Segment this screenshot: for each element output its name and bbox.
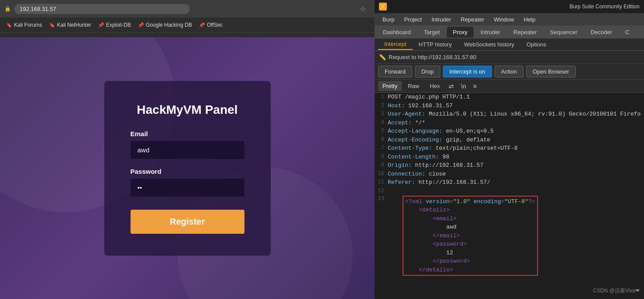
bookmark-kali-forums[interactable]: 🔖 Kali Forums [4,21,45,29]
action-bar: Forward Drop Intercept is on Action Open… [375,64,644,80]
bookmark-label: Kali Forums [14,22,42,28]
drop-button[interactable]: Drop [415,66,440,77]
email-group: Email [131,130,244,159]
star-icon: ☆ [360,5,366,13]
page-title: HackMyVM Panel [137,103,237,117]
line-4: 4 Accept: */* [375,119,644,127]
bookmarks-bar: 🔖 Kali Forums 🔖 Kali NetHunter 📌 Exploit… [0,18,375,33]
tab-repeater[interactable]: Repeater [507,27,543,38]
tab-more[interactable]: C [619,27,635,38]
xml-block-row: 13 <?xml version="1.0" encoding="UTF-8"?… [375,195,644,278]
bookmark-icon: 🔖 [6,22,12,28]
line-11: 11 Referer: http://192.168.31.57/ [375,178,644,187]
open-browser-button[interactable]: Open Browser [526,66,576,77]
xml-line-details-close: </details> [405,266,535,274]
editor-tab-menu[interactable]: ≡ [471,81,479,91]
tab-dashboard[interactable]: Dashboard [377,27,417,38]
bookmark-icon: 🔖 [49,22,55,28]
bookmark-icon: 📌 [199,22,205,28]
line-7: 7 Content-Type: text/plain;charset=UTF-8 [375,144,644,153]
editor-tab-pretty[interactable]: Pretty [378,81,402,91]
register-button[interactable]: Register [131,210,244,234]
password-label: Password [131,168,244,175]
xml-line-decl: <?xml version="1.0" encoding="UTF-8"?> [405,197,535,206]
editor-tab-newline[interactable]: \n [458,81,469,91]
subtab-intercept[interactable]: Intercept [378,39,413,50]
xml-highlighted-block: <?xml version="1.0" encoding="UTF-8"?> <… [403,196,538,276]
editor-tab-raw[interactable]: Raw [403,81,424,91]
login-card: HackMyVM Panel Email Password Register [104,81,271,256]
burp-sub-tabs: Intercept HTTP history WebSockets histor… [375,39,644,51]
editor-tab-hex[interactable]: Hex [425,81,444,91]
bookmark-exploit-db[interactable]: 📌 Exploit-DB [96,21,134,29]
action-button[interactable]: Action [495,66,524,77]
email-label: Email [131,130,244,137]
line-9: 9 Origin: http://192.168.31.57 [375,161,644,170]
burp-menubar: Burp Project Intruder Repeater Window He… [375,13,644,25]
pencil-icon: ✏️ [379,54,386,60]
tab-target[interactable]: Target [418,27,446,38]
request-url: Request to http://192.168.31.57:80 [389,54,476,60]
bookmark-offsec[interactable]: 📌 OffSec [196,21,225,29]
url-bar[interactable]: 192.168.31.57 [14,4,190,14]
burp-main-tabs: Dashboard Target Proxy Intruder Repeater… [375,25,644,39]
lock-icon: 🔒 [4,6,11,12]
xml-line-email-value: awd [405,223,535,232]
burp-content-wrapper: 1 POST /magic.php HTTP/1.1 2 Host: 192.1… [375,93,644,299]
tab-sequencer[interactable]: Sequencer [544,27,584,38]
subtab-websockets-history[interactable]: WebSockets history [458,39,520,49]
xml-line-email-open: <email> [405,215,535,223]
bookmark-label: Exploit-DB [106,22,131,28]
bookmark-icon: 📌 [98,22,104,28]
line-10: 10 Connection: close [375,170,644,179]
password-group: Password [131,168,244,197]
bookmark-icon: 📌 [138,22,144,28]
bookmark-label: Google Hacking DB [146,22,192,28]
line-8: 8 Content-Length: 98 [375,153,644,162]
bookmark-google-hacking[interactable]: 📌 Google Hacking DB [135,21,195,29]
menu-project[interactable]: Project [400,14,426,25]
tab-proxy[interactable]: Proxy [447,27,474,38]
burp-title: Burp Suite Community Edition [570,4,640,10]
line-2: 2 Host: 192.168.31.57 [375,102,644,110]
menu-burp[interactable]: Burp [378,14,399,25]
bookmark-label: Kali NetHunter [57,22,91,28]
line-12: 12 [375,187,644,195]
xml-line-password-open: <password> [405,240,535,249]
menu-intruder[interactable]: Intruder [427,14,456,25]
bookmark-kali-nethunter[interactable]: 🔖 Kali NetHunter [46,21,94,29]
burp-titlebar: ⚡ Burp Suite Community Edition [375,0,644,13]
request-content[interactable]: 1 POST /magic.php HTTP/1.1 2 Host: 192.1… [375,93,644,299]
request-info-bar: ✏️ Request to http://192.168.31.57:80 [375,51,644,64]
browser-chrome: 🔒 192.168.31.57 ☆ 🔖 Kali Forums 🔖 Kali N… [0,0,375,37]
subtab-http-history[interactable]: HTTP history [413,39,458,49]
forward-button[interactable]: Forward [378,66,412,77]
line-5: 5 Accept-Language: en-US,en;q=0.5 [375,127,644,136]
email-field[interactable] [131,141,244,159]
tab-decoder[interactable]: Decoder [584,27,618,38]
burp-panel: ⚡ Burp Suite Community Edition Burp Proj… [375,0,644,299]
xml-line-password-close: </password> [405,257,535,266]
xml-line-email-close: </email> [405,232,535,240]
menu-window[interactable]: Window [489,14,518,25]
xml-line-details-open: <details> [405,206,535,215]
bookmark-label: OffSec [207,22,223,28]
browser-titlebar: 🔒 192.168.31.57 ☆ [0,0,375,18]
xml-line-password-value: 12 [405,249,535,257]
line-1: 1 POST /magic.php HTTP/1.1 [375,93,644,102]
tab-intruder[interactable]: Intruder [474,27,506,38]
browser-panel: 🔒 192.168.31.57 ☆ 🔖 Kali Forums 🔖 Kali N… [0,0,375,299]
editor-tabs: Pretty Raw Hex ⇄ \n ≡ [375,80,644,93]
menu-help[interactable]: Help [519,14,540,25]
burp-icon: ⚡ [379,3,387,11]
webpage-content: HackMyVM Panel Email Password Register [0,37,375,299]
intercept-on-button[interactable]: Intercept is on [443,66,492,77]
menu-repeater[interactable]: Repeater [456,14,488,25]
subtab-options[interactable]: Options [520,39,552,49]
editor-tab-wrap[interactable]: ⇄ [446,81,456,91]
line-6: 6 Accept-Encoding: gzip, deflate [375,136,644,144]
csdn-watermark: CSDN @活着Viva❤ [593,287,640,295]
line-3: 3 User-Agent: Mozilla/5.0 (X11; Linux x8… [375,110,644,119]
password-field[interactable] [131,179,244,197]
